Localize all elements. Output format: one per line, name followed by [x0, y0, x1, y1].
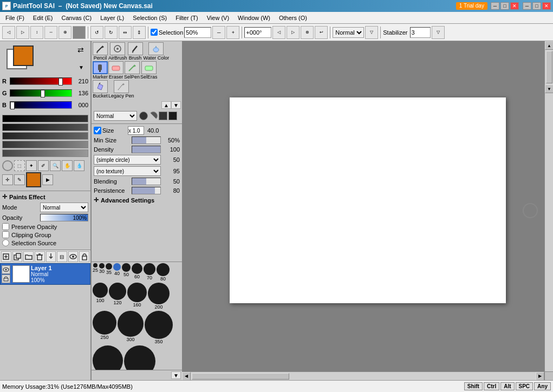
- tool-arrow[interactable]: ▶: [42, 174, 53, 185]
- tool-watercolor[interactable]: Water Color: [144, 42, 170, 61]
- tool-selection-circle[interactable]: [2, 160, 13, 171]
- scroll-left-btn[interactable]: ◀: [182, 372, 191, 381]
- menu-layer[interactable]: Layer (L): [96, 14, 128, 22]
- rotation-input[interactable]: [244, 27, 271, 38]
- shape-select[interactable]: (simple circle): [94, 155, 161, 165]
- menu-selection[interactable]: Selection (S): [128, 14, 171, 22]
- lock-layer-btn[interactable]: [79, 251, 89, 262]
- nav-btn-5[interactable]: ⊕: [58, 26, 71, 39]
- tool-airbrush[interactable]: AirBrush: [108, 42, 127, 61]
- minimize-button-2[interactable]: ─: [523, 2, 531, 10]
- tool-scroll-up[interactable]: ▲: [161, 101, 171, 109]
- preserve-opacity-check[interactable]: [2, 223, 9, 230]
- tool-zoom[interactable]: 🔍: [50, 160, 61, 171]
- delete-layer-btn[interactable]: [35, 251, 45, 262]
- tool-hand[interactable]: ✋: [62, 160, 73, 171]
- tool-legacypen[interactable]: Legacy Pen: [108, 80, 134, 99]
- list-item[interactable]: 450: [124, 345, 155, 370]
- nav-btn-2[interactable]: ▷: [16, 26, 29, 39]
- r-thumb[interactable]: [58, 78, 63, 86]
- list-item[interactable]: 350: [145, 311, 173, 344]
- list-item[interactable]: 50: [122, 263, 131, 282]
- tool-extra[interactable]: ✎: [14, 174, 25, 185]
- nav-btn-6[interactable]: [73, 26, 86, 39]
- menu-others[interactable]: Others (O): [275, 14, 311, 22]
- nav-btn-1[interactable]: ◁: [2, 26, 15, 39]
- menu-edit[interactable]: Edit (E): [29, 14, 57, 22]
- menu-filter[interactable]: Filter (T): [171, 14, 203, 22]
- minsize-bar[interactable]: [132, 136, 161, 144]
- advanced-settings-title[interactable]: ✛ Advanced Settings: [94, 197, 180, 204]
- list-item[interactable]: 100: [93, 283, 108, 310]
- list-item[interactable]: 30: [99, 263, 105, 282]
- size-checkbox[interactable]: [94, 127, 101, 134]
- merge-layer-btn[interactable]: [46, 251, 56, 262]
- brush-shape-2[interactable]: [149, 112, 158, 120]
- menu-canvas[interactable]: Canvas (C): [57, 14, 96, 22]
- marker-icon[interactable]: [93, 61, 108, 74]
- eraser-icon[interactable]: [108, 61, 123, 74]
- rot-btn-4[interactable]: ↩: [315, 26, 328, 39]
- list-item[interactable]: 70: [144, 263, 155, 282]
- maximize-button[interactable]: □: [500, 2, 509, 10]
- maximize-button-2[interactable]: □: [532, 2, 541, 10]
- zoom-input[interactable]: [184, 27, 211, 38]
- scroll-thumb-h[interactable]: [192, 373, 289, 380]
- grad-swatch-3[interactable]: [2, 132, 88, 140]
- pencil-icon[interactable]: [93, 42, 108, 55]
- tool-pencil[interactable]: Pencil: [93, 42, 108, 61]
- tool-selpen[interactable]: SelPen: [124, 61, 140, 80]
- brush-shape-3[interactable]: [159, 112, 167, 120]
- menu-view[interactable]: View (V): [203, 14, 233, 22]
- b-slider[interactable]: [10, 101, 72, 109]
- zoom-out-btn[interactable]: ─: [212, 26, 225, 39]
- rot-btn-1[interactable]: ◁: [272, 26, 285, 39]
- layer-lock-btn[interactable]: [2, 275, 10, 283]
- canvas-area[interactable]: ▲ ▼ ◀ ▶: [182, 41, 553, 380]
- scroll-right-btn[interactable]: ▶: [536, 372, 544, 381]
- menu-window[interactable]: Window (W): [233, 14, 275, 22]
- tool-eyedrop[interactable]: 💧: [74, 160, 84, 171]
- grad-swatch-5[interactable]: [2, 149, 88, 157]
- table-row[interactable]: Layer 1 Normal 100%: [0, 263, 90, 285]
- density-bar[interactable]: [132, 146, 161, 153]
- zoom-in-btn[interactable]: +: [226, 26, 239, 39]
- flip-h[interactable]: ⇔: [119, 26, 132, 39]
- eye-layer-btn[interactable]: [68, 251, 79, 262]
- brush-shape-4[interactable]: [168, 112, 177, 120]
- persistence-bar[interactable]: [132, 187, 161, 194]
- scroll-thumb-v[interactable]: [546, 51, 552, 83]
- rotate-cw[interactable]: ↻: [105, 26, 118, 39]
- minimize-button[interactable]: ─: [491, 2, 499, 10]
- list-item[interactable]: 160: [127, 283, 147, 310]
- stabilizer-input[interactable]: [410, 27, 431, 38]
- tool-eraser[interactable]: Eraser: [108, 61, 123, 80]
- stabilizer-dropdown[interactable]: ▽: [432, 26, 445, 39]
- close-button[interactable]: ✕: [510, 2, 519, 10]
- copy-layer-btn[interactable]: [12, 251, 23, 262]
- brush-icon[interactable]: [128, 42, 143, 55]
- blend-mode-select[interactable]: Normal: [333, 27, 364, 38]
- active-color-box[interactable]: [26, 172, 41, 187]
- opacity-slider[interactable]: 100%: [40, 214, 88, 221]
- list-item[interactable]: 40: [113, 263, 121, 282]
- legacypen-icon[interactable]: [114, 80, 129, 93]
- brush-shape-1[interactable]: [139, 112, 148, 120]
- shift-key[interactable]: Shift: [464, 382, 483, 390]
- color-swap-icon[interactable]: ⇄: [77, 45, 84, 54]
- rot-btn-3[interactable]: ⊗: [301, 26, 314, 39]
- list-item[interactable]: 300: [118, 311, 144, 344]
- nav-btn-3[interactable]: ↕: [30, 26, 43, 39]
- g-thumb[interactable]: [41, 90, 45, 97]
- tool-marker[interactable]: Marker: [93, 61, 108, 80]
- blending-bar[interactable]: [132, 178, 161, 185]
- ctrl-key[interactable]: Ctrl: [484, 382, 499, 390]
- mode-select[interactable]: Normal: [40, 202, 88, 212]
- selection-source-radio[interactable]: [2, 239, 9, 246]
- new-layer-btn[interactable]: [1, 251, 11, 262]
- list-item[interactable]: 250: [93, 311, 116, 344]
- spc-key[interactable]: SPC: [516, 382, 534, 390]
- close-button-2[interactable]: ✕: [542, 2, 551, 10]
- selection-checkbox[interactable]: [151, 29, 158, 36]
- tool-bucket[interactable]: Bucket: [93, 80, 108, 99]
